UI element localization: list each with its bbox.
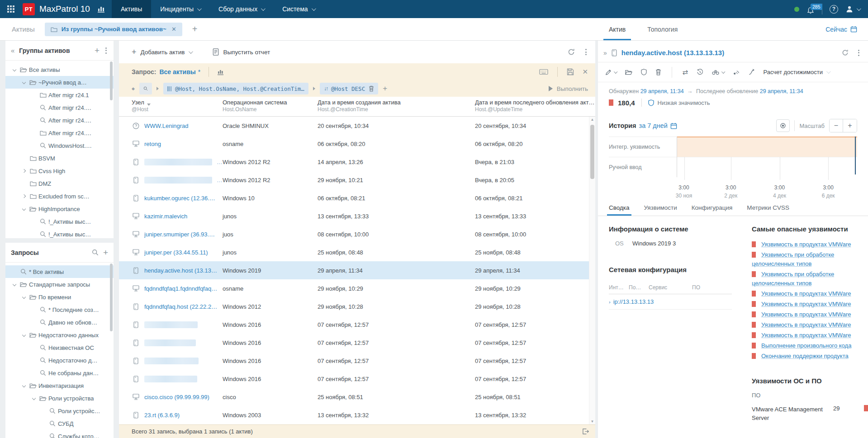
table-row[interactable]: fqdnndfqfaq1.fqdnndfqfaq (23.33.… osname… [119,279,595,297]
table-row[interactable]: WWW.Leningrad Oracle SHMINUX 20 сентября… [119,117,595,135]
notifications-button[interactable]: 285 [806,4,815,14]
column-header-updated[interactable]: Дата и время последнего обновления акт… … [475,99,594,113]
table-row[interactable]: henday.active.host (13.13.13.13) Windows… [119,261,595,279]
detail-view-tab[interactable]: Топология [645,18,680,40]
scan-button[interactable] [712,69,724,75]
table-row[interactable]: … Windows 2012 R2 14 апреля, 13:26 Вчера… [119,153,595,171]
add-group-button[interactable]: + [95,46,100,55]
add-asset-button[interactable]: +Добавить актив [132,47,192,57]
table-row[interactable]: kazimir.malevich junos 13 сентября, 13:3… [119,207,595,225]
edit-button[interactable] [605,69,617,75]
tree-item[interactable]: Excluded from sc… [5,190,114,203]
vulnerability-link[interactable]: Окончание поддержки продукта [761,353,849,359]
table-row[interactable]: juniper.per (33.44.55.11) junos 25 ноябр… [119,243,595,261]
expand-arrow[interactable] [20,334,28,336]
tree-item[interactable]: Cvss High [5,165,114,177]
groups-scrollbar[interactable] [109,61,113,236]
expand-arrow[interactable] [20,296,28,298]
vulnerability-link[interactable]: Выполнение произвольного кода [761,342,851,349]
asset-link[interactable]: juniper.per (33.44.55.11) [144,249,208,256]
expand-arrow[interactable] [20,170,28,172]
table-scrollbar[interactable]: ▲ ▼ [589,117,595,424]
expand-panel-icon[interactable]: » [603,49,607,57]
move-to-group-button[interactable] [625,69,632,75]
ping-icon[interactable] [733,69,740,75]
asset-link[interactable]: 23.rt (6.3.6.9) [144,412,180,419]
asset-link[interactable]: henday.active.host (13.13.13.13) [144,267,218,274]
help-icon[interactable]: ? [830,5,838,14]
vulnerability-link[interactable]: Уязвимость при обработке целочисленных т… [752,251,834,267]
tree-item[interactable]: * Все активы [5,265,114,278]
compare-icon[interactable]: ⇄ [683,68,688,76]
table-row[interactable]: … Windows 2012 R2 29 ноября, 10:21 Вчера… [119,171,595,189]
tree-item[interactable]: BSVM [5,152,114,165]
tree-item[interactable]: !_Активы выс… [5,215,114,228]
table-row[interactable]: Windows 2016 07 сентября, 12:57 07 сентя… [119,316,595,334]
pt-logo[interactable]: PT [23,3,35,15]
network-row[interactable]: › ip://13.13.13.13 [609,294,732,310]
asset-link[interactable]: retong [144,141,161,147]
query-name[interactable]: Все активы [159,68,195,75]
keyboard-icon[interactable] [539,69,548,75]
zoom-in-button[interactable]: + [843,119,857,132]
tree-item[interactable]: Давно не обнов… [5,316,114,329]
zoom-out-button[interactable]: − [830,119,843,132]
time-selector[interactable]: Сейчас [825,18,868,40]
tree-item[interactable]: HighImportance [5,203,114,215]
collapse-sidebar-icon[interactable]: « [11,47,14,54]
nav-item[interactable]: Система [273,0,323,18]
expand-arrow[interactable] [30,397,38,400]
table-row[interactable]: juniper.smumiper (36.93.68.15) juos 08 с… [119,225,595,243]
history-icon[interactable] [697,69,703,75]
vulnerability-link[interactable]: Уязвимость в продуктах VMWare [761,241,851,248]
refresh-icon[interactable] [842,49,849,56]
groups-menu-icon[interactable] [104,46,108,55]
tree-item[interactable]: Недостаточно данных [5,329,114,341]
expand-arrow[interactable] [20,384,28,387]
search-filter-chip[interactable] [139,83,152,94]
nav-item[interactable]: Активы [112,0,151,18]
close-query-icon[interactable]: ✕ [582,68,588,76]
vulnerability-link[interactable]: Уязвимость в продуктах VMWare [761,311,851,318]
asset-link[interactable]: fqdnndfqfaq1.fqdnndfqfaq (23.33.… [144,285,218,292]
asset-link[interactable]: kazimir.malevich [144,213,187,220]
tree-item[interactable]: !_Активы выс… [5,228,114,240]
asset-link[interactable]: fqdnndfqfaq.host (22.22.22.22) [144,303,218,310]
expand-arrow[interactable] [11,68,18,71]
tree-item[interactable]: Неизвестная ОС [5,341,114,354]
vulnerability-link[interactable]: Уязвимость в продуктах VMWare [761,290,851,297]
table-row[interactable]: Windows 2016 07 сентября, 12:57 07 сентя… [119,352,595,370]
nav-item[interactable]: Инциденты [151,0,209,18]
add-tab-button[interactable]: + [192,24,198,34]
expand-arrow[interactable] [20,207,28,210]
table-row[interactable]: 23.rt (6.3.6.9) Windows 2003 13 сентября… [119,406,595,424]
user-menu[interactable] [845,5,860,13]
scroll-thumb[interactable] [590,125,594,179]
asset-link[interactable]: cisco.cisco (99.99.99.99) [144,394,209,400]
scroll-down-icon[interactable]: ▼ [591,419,594,424]
tree-item[interactable]: По времени [5,291,114,303]
dashboard-icon[interactable] [97,5,105,13]
table-row[interactable]: fqdnndfqfaq.host (22.22.22.22) Windows 2… [119,297,595,316]
tree-item[interactable]: After migr r24.1 [5,89,114,101]
detail-menu-icon[interactable] [857,48,861,57]
significance-button[interactable] [641,69,647,75]
ip-link[interactable]: ip://13.13.13.13 [613,298,654,305]
column-header-created[interactable]: Дата и время создания актива Host.@Creat… [318,99,475,113]
chart-view-icon[interactable] [217,69,224,75]
group-tab[interactable]: Из группы ~Ручной ввод активов~ ✕ [45,23,182,36]
add-filter-button[interactable]: + [383,84,387,93]
tree-item[interactable]: Инвентаризация [5,379,114,392]
save-icon[interactable] [567,68,574,75]
updated-date-link[interactable]: 29 апреля, 11:34 [760,88,803,94]
sort-chip[interactable]: ↓↑ @Host DESC [320,83,378,94]
tree-item[interactable]: СУБД [5,417,114,430]
close-icon[interactable]: ✕ [171,26,176,33]
columns-chip[interactable]: @Host, Host.OsName, Host.@CreationTim… [163,83,308,94]
tree-item[interactable]: Все активы [5,63,114,76]
refresh-icon[interactable] [568,48,575,56]
tree-item[interactable]: ~Ручной ввод а… [5,76,114,89]
table-row[interactable]: retong osname 06 октября, 08:20 06 октяб… [119,135,595,153]
tree-item[interactable]: Не собраны дан… [5,367,114,379]
history-chart[interactable]: Интегр. уязвимость Ручной ввод [609,137,857,177]
